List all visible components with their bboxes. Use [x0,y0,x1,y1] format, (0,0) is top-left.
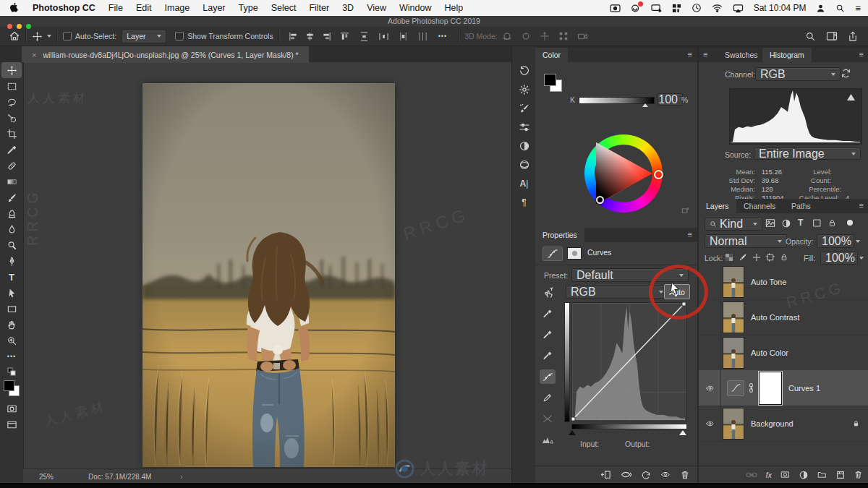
layer-name[interactable]: Background [751,419,793,428]
layer-row-auto-tone[interactable]: Auto Tone [699,264,868,300]
curves-diagonal-line[interactable] [571,302,686,421]
menu-select[interactable]: Select [265,3,303,13]
app-notification-icon[interactable] [631,4,641,13]
k-value-field[interactable]: 100 [657,93,683,106]
color-panel-menu-icon[interactable]: ≡ [688,50,692,59]
layer-row-auto-color[interactable]: Auto Color [699,335,868,371]
layer-name[interactable]: Auto Contrast [751,313,799,322]
source-dropdown[interactable]: Entire Image [754,147,861,160]
link-layers-icon[interactable] [746,471,757,479]
crop-tool[interactable] [1,126,22,142]
cached-data-warning-icon[interactable] [846,93,856,101]
history-panel-icon[interactable] [512,61,536,80]
edit-toolbar-button[interactable]: ••• [1,348,22,364]
spot-healing-brush-tool[interactable] [1,158,22,174]
menu-filter[interactable]: Filter [302,3,336,13]
auto-contrast-thumbnail[interactable] [723,301,744,333]
tab-color[interactable]: Color [535,48,568,62]
shadow-input-slider[interactable] [569,430,576,435]
photo-document[interactable] [142,83,395,467]
move-tool-preset-icon[interactable] [32,31,43,42]
curves-mask-thumbnail[interactable] [759,372,782,405]
lock-position-icon[interactable] [752,253,761,262]
new-layer-icon[interactable] [835,470,846,480]
targeted-adjustment-icon[interactable] [542,286,555,299]
wifi-icon[interactable] [712,4,723,12]
brush-settings-panel-icon[interactable] [512,99,536,118]
menu-image[interactable]: Image [158,3,197,13]
patterns-panel-icon[interactable] [512,155,536,174]
rectangle-tool[interactable] [1,301,22,317]
tab-layers[interactable]: Layers [699,199,736,213]
tab-histogram[interactable]: Histogram [762,48,812,62]
canvas-area[interactable] [23,62,511,468]
eyedropper-tool[interactable] [1,142,22,158]
k-slider-handle[interactable] [642,103,648,107]
rectangular-marquee-tool[interactable] [1,78,22,94]
blur-tool[interactable] [1,221,22,237]
screen-record-icon[interactable] [610,4,621,13]
white-point-eyedropper-icon[interactable] [540,348,556,363]
filter-smart-objects-icon[interactable] [827,218,837,228]
user-icon[interactable] [816,4,825,13]
new-group-icon[interactable] [817,470,827,479]
hue-ring-marker[interactable] [654,170,663,179]
new-adjustment-layer-icon[interactable] [799,470,809,480]
notification-center-icon[interactable]: ≡ [855,3,861,14]
black-point-eyedropper-icon[interactable] [540,307,556,321]
filter-shape-layers-icon[interactable] [812,218,822,228]
curves-layer-icon[interactable] [727,380,744,396]
menu-file[interactable]: File [102,3,129,13]
display-sync-icon[interactable] [651,4,662,13]
gradient-tool[interactable] [1,174,22,189]
hand-tool[interactable] [1,317,22,333]
fill-field[interactable]: 100% [820,251,858,265]
auto-select-checkbox[interactable] [63,32,72,40]
foreground-background-swatches[interactable] [4,380,20,396]
histogram-collapse-icon[interactable]: ≡ [703,50,707,59]
close-document-icon[interactable]: × [32,51,36,59]
menu-view[interactable]: View [360,3,393,13]
align-left-icon[interactable] [289,32,298,41]
align-right-icon[interactable] [322,32,331,41]
foreground-color-swatch[interactable] [4,380,14,391]
reset-adjustment-icon[interactable] [641,470,651,480]
channel-dropdown[interactable]: RGB [755,67,841,81]
tool-preset-chevron[interactable] [47,35,51,38]
view-previous-state-icon[interactable] [620,470,632,479]
clone-source-panel-icon[interactable] [512,137,536,155]
default-swatches-icon[interactable] [7,367,16,376]
distribute-center-icon[interactable] [418,32,427,41]
layers-panel-menu-icon[interactable]: ≡ [859,201,864,210]
menu-window[interactable]: Window [393,3,438,13]
add-layer-mask-icon[interactable] [780,470,791,479]
delete-adjustment-icon[interactable] [680,470,690,480]
airplay-icon[interactable] [733,4,744,13]
background-thumbnail[interactable] [723,408,744,440]
color-panel-swatches[interactable] [544,74,561,91]
layer-row-background[interactable]: Background [699,406,868,442]
opacity-field[interactable]: 100% [817,234,854,248]
lock-pixels-icon[interactable] [739,253,747,262]
menu-3d[interactable]: 3D [336,3,360,13]
pen-tool[interactable] [1,253,22,269]
tab-channels[interactable]: Channels [736,199,783,213]
document-size-info[interactable]: Doc: 57.1M/228.4M [88,473,151,481]
blend-mode-dropdown[interactable]: Normal [705,234,787,248]
menu-help[interactable]: Help [438,3,470,13]
filter-adjustment-layers-icon[interactable] [781,218,791,228]
layer-filter-dropdown[interactable]: Kind [705,217,762,231]
background-visibility-toggle[interactable] [699,406,721,441]
home-button[interactable] [9,30,20,42]
quick-selection-tool[interactable] [1,110,22,126]
lock-all-icon[interactable] [780,253,788,262]
pencil-tool-icon[interactable] [540,390,556,405]
filter-pixel-layers-icon[interactable] [765,218,775,228]
clip-to-layer-icon[interactable] [600,469,611,480]
clip-histogram-warning-icon[interactable] [540,432,556,447]
layer-name[interactable]: Auto Tone [751,278,786,286]
time-machine-icon[interactable] [692,3,702,13]
auto-select-target-dropdown[interactable]: Layer [122,30,166,43]
align-center-h-icon[interactable] [305,32,315,41]
auto-tone-thumbnail[interactable] [723,266,744,298]
